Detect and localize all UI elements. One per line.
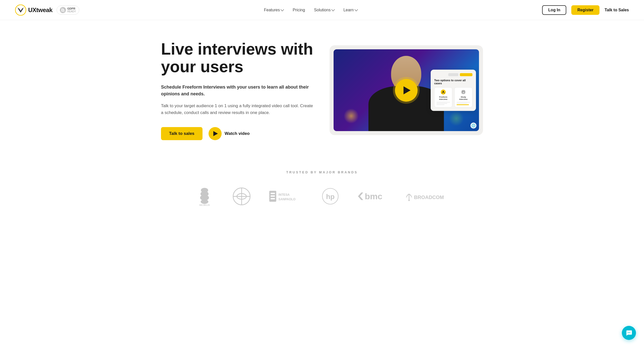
gdpr-badge: GDPR READY bbox=[57, 6, 79, 15]
michelin-logo: MICHELIN bbox=[194, 186, 215, 206]
svg-point-17 bbox=[200, 200, 208, 204]
main-nav: Features Pricing Solutions Learn bbox=[264, 8, 357, 12]
nav-solutions[interactable]: Solutions bbox=[314, 8, 334, 12]
ui-panel-overlay: Two options to cover all cases Freeform … bbox=[431, 69, 476, 111]
register-button[interactable]: Register bbox=[571, 5, 599, 15]
video-play-triangle-icon bbox=[404, 86, 411, 94]
bmc-logo: bmc bbox=[357, 190, 387, 203]
gdpr-circle-icon bbox=[60, 7, 66, 13]
svg-rect-26 bbox=[270, 198, 275, 199]
trusted-section: TRUSTED BY MAJOR BRANDS MICHELIN bbox=[0, 155, 644, 216]
hero-video: Two options to cover all cases Freeform … bbox=[330, 45, 483, 135]
chevron-down-icon bbox=[331, 8, 335, 11]
svg-text:MICHELIN: MICHELIN bbox=[199, 204, 210, 207]
header-left: UXtweak GDPR READY bbox=[15, 5, 79, 16]
svg-point-2 bbox=[62, 10, 63, 11]
chevron-down-icon bbox=[354, 8, 358, 11]
study-icon bbox=[462, 90, 465, 93]
ui-option-freeform: Freeform Interview bbox=[434, 87, 452, 107]
hero-subtitle: Schedule Freeform Interviews with your u… bbox=[161, 84, 314, 97]
nav-features[interactable]: Features bbox=[264, 8, 284, 12]
opel-logo bbox=[232, 187, 251, 206]
talk-to-sales-nav-button[interactable]: Talk to Sales bbox=[605, 8, 629, 12]
light-spot-left bbox=[344, 108, 359, 124]
video-play-button[interactable] bbox=[395, 79, 418, 102]
play-triangle-icon bbox=[213, 131, 218, 136]
header: UXtweak GDPR READY Features bbox=[0, 0, 644, 20]
intesa-sanpaolo-logo: INTESA SANPAOLO bbox=[269, 190, 304, 203]
header-right: Log In Register Talk to Sales bbox=[542, 5, 629, 15]
light-spot-right bbox=[449, 111, 464, 126]
hp-logo: hp bbox=[321, 187, 339, 205]
ui-panel-tabs bbox=[434, 73, 472, 76]
video-thumbnail[interactable]: Two options to cover all cases Freeform … bbox=[334, 49, 479, 131]
ui-option-study-label: Study Interview bbox=[457, 96, 470, 101]
info-icon bbox=[472, 124, 475, 127]
ui-panel-options: Freeform Interview bbox=[434, 87, 472, 107]
svg-point-0 bbox=[15, 5, 26, 15]
logo[interactable]: UXtweak bbox=[15, 5, 53, 16]
gdpr-star-icon bbox=[61, 8, 65, 12]
svg-point-32 bbox=[408, 200, 410, 201]
login-button[interactable]: Log In bbox=[542, 5, 566, 15]
hero-content: Live interviews with your users Schedule… bbox=[161, 40, 314, 140]
svg-rect-24 bbox=[270, 193, 275, 194]
svg-point-7 bbox=[443, 91, 444, 92]
svg-point-12 bbox=[473, 125, 474, 125]
watch-video-button[interactable]: Watch video bbox=[209, 127, 250, 140]
svg-text:bmc: bmc bbox=[365, 191, 382, 201]
broadcom-logo: BROADCOM bbox=[405, 189, 450, 203]
bottom-right-icon bbox=[470, 123, 476, 129]
talk-to-sales-button[interactable]: Talk to sales bbox=[161, 127, 203, 140]
nav-learn[interactable]: Learn bbox=[343, 8, 357, 12]
hero-buttons: Talk to sales Watch video bbox=[161, 127, 314, 140]
svg-text:hp: hp bbox=[326, 193, 334, 201]
ui-panel-title: Two options to cover all cases bbox=[434, 79, 472, 85]
gdpr-text: GDPR READY bbox=[67, 7, 76, 13]
svg-rect-25 bbox=[270, 196, 275, 197]
logo-icon bbox=[15, 5, 26, 16]
logo-text: UXtweak bbox=[28, 7, 53, 14]
ui-option-study: Study Interview bbox=[454, 87, 472, 107]
nav-pricing[interactable]: Pricing bbox=[293, 8, 305, 12]
hero-description: Talk to your target audience 1 on 1 usin… bbox=[161, 102, 314, 116]
hero-section: Live interviews with your users Schedule… bbox=[0, 20, 644, 155]
trusted-label: TRUSTED BY MAJOR BRANDS bbox=[15, 170, 629, 174]
svg-text:BROADCOM: BROADCOM bbox=[414, 195, 444, 200]
chevron-down-icon bbox=[280, 8, 284, 11]
ui-option-freeform-label: Freeform Interview bbox=[436, 96, 450, 101]
hero-title: Live interviews with your users bbox=[161, 40, 314, 76]
play-circle-icon bbox=[209, 127, 222, 140]
svg-text:SANPAOLO: SANPAOLO bbox=[278, 198, 295, 201]
svg-text:INTESA: INTESA bbox=[278, 193, 290, 197]
brand-logos: MICHELIN INTESA SANPAOLO bbox=[15, 186, 629, 206]
video-container: Two options to cover all cases Freeform … bbox=[330, 45, 483, 135]
freeform-icon bbox=[442, 90, 445, 93]
